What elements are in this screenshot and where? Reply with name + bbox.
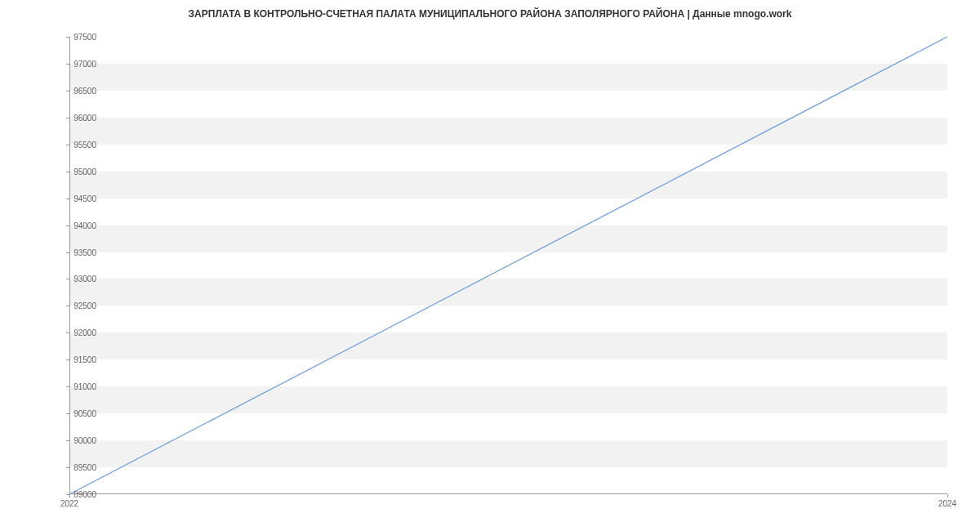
y-tick-label: 96500 — [64, 86, 96, 95]
y-tick-label: 90500 — [64, 409, 96, 418]
y-tick-label: 93000 — [64, 274, 96, 283]
y-tick-label: 96000 — [64, 113, 96, 122]
y-tick-label: 90000 — [64, 436, 96, 445]
y-tick-label: 93500 — [64, 248, 96, 257]
y-tick-label: 91500 — [64, 355, 96, 364]
chart-line — [69, 37, 947, 494]
chart-title: ЗАРПЛАТА В КОНТРОЛЬНО-СЧЕТНАЯ ПАЛАТА МУН… — [0, 8, 980, 20]
y-tick-label: 95000 — [64, 167, 96, 176]
plot-area: 20222024 — [69, 37, 947, 494]
y-tick-label: 89500 — [64, 463, 96, 472]
y-tick-label: 89000 — [64, 490, 96, 499]
x-tick-label: 2022 — [60, 499, 78, 508]
x-tick-label: 2024 — [938, 499, 956, 508]
y-tick-label: 94500 — [64, 194, 96, 203]
y-tick-label: 91000 — [64, 382, 96, 391]
y-tick-label: 95500 — [64, 140, 96, 149]
x-tick-mark — [947, 494, 948, 498]
y-tick-label: 92000 — [64, 328, 96, 337]
y-tick-label: 97500 — [64, 33, 96, 42]
y-tick-label: 94000 — [64, 221, 96, 230]
y-tick-label: 92500 — [64, 301, 96, 310]
y-tick-label: 97000 — [64, 59, 96, 68]
